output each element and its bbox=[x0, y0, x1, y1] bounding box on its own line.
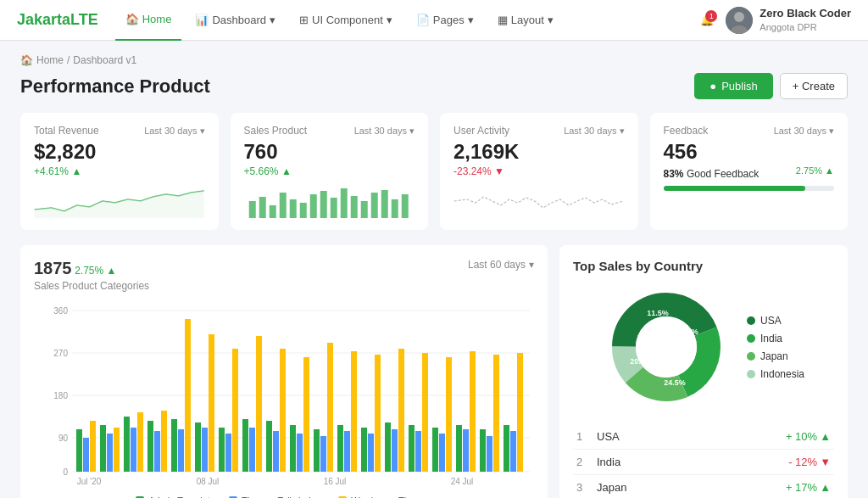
change-cell: + 10% ▲ bbox=[717, 424, 834, 450]
nav-item-pages[interactable]: 📄 Pages ▾ bbox=[406, 0, 484, 41]
arrow-up-icon: ▲ bbox=[820, 481, 831, 494]
svg-rect-9 bbox=[299, 203, 306, 218]
stat-change: -23.24% ▼ bbox=[453, 165, 625, 177]
svg-rect-6 bbox=[269, 205, 275, 218]
user-role: Anggota DPR bbox=[760, 21, 851, 33]
svg-rect-47 bbox=[209, 334, 214, 472]
avatar bbox=[726, 7, 753, 34]
svg-rect-63 bbox=[337, 425, 343, 472]
svg-text:24 Jul: 24 Jul bbox=[451, 477, 474, 486]
svg-rect-69 bbox=[385, 422, 391, 472]
svg-rect-83 bbox=[493, 355, 499, 472]
svg-text:08 Jul: 08 Jul bbox=[197, 477, 220, 486]
svg-rect-8 bbox=[289, 199, 296, 218]
svg-rect-43 bbox=[178, 429, 184, 472]
layout-icon: ▦ bbox=[498, 14, 508, 26]
page-title: Performance Product bbox=[20, 76, 210, 98]
stat-change: +5.66% ▲ bbox=[244, 165, 415, 177]
svg-rect-34 bbox=[107, 434, 113, 472]
svg-rect-65 bbox=[351, 351, 357, 472]
chart-title: Sales Product Categories bbox=[34, 280, 149, 292]
top-sales-title: Top Sales by Country bbox=[573, 259, 834, 273]
donut-legend: USA India Japan Indonesia bbox=[747, 315, 804, 380]
svg-rect-56 bbox=[280, 349, 286, 472]
table-row: 2 India - 12% ▼ bbox=[573, 450, 834, 475]
stat-label: Feedback bbox=[664, 125, 709, 137]
donut-dot-japan bbox=[747, 352, 755, 361]
publish-button[interactable]: ● Publish bbox=[694, 73, 773, 99]
svg-rect-13 bbox=[340, 188, 347, 218]
chart-stat-value: 1875 bbox=[34, 259, 72, 277]
bottom-row: 1875 2.75% ▲ Sales Product Categories La… bbox=[20, 245, 848, 498]
svg-rect-77 bbox=[446, 357, 452, 472]
svg-text:270: 270 bbox=[53, 349, 68, 358]
svg-rect-55 bbox=[273, 431, 279, 472]
nav-item-layout[interactable]: ▦ Layout ▾ bbox=[487, 0, 564, 41]
change-down: - 12% ▼ bbox=[721, 456, 831, 468]
svg-rect-81 bbox=[480, 429, 486, 472]
arrow-up-icon: ▲ bbox=[71, 165, 81, 177]
breadcrumb: 🏠 Home / Dashboard v1 bbox=[20, 54, 848, 66]
nav-item-dashboard[interactable]: 📊 Dashboard ▾ bbox=[185, 0, 286, 41]
svg-rect-66 bbox=[361, 428, 367, 472]
breadcrumb-path: Dashboard v1 bbox=[73, 54, 136, 66]
user-menu[interactable]: Zero Black Coder Anggota DPR bbox=[726, 7, 851, 34]
svg-rect-62 bbox=[327, 343, 333, 472]
svg-rect-11 bbox=[320, 191, 326, 218]
table-row: 1 USA + 10% ▲ bbox=[573, 424, 834, 450]
chart-period-selector[interactable]: Last 60 days ▾ bbox=[468, 259, 534, 271]
nav-item-ui-component[interactable]: ⊞ UI Component ▾ bbox=[289, 0, 403, 41]
svg-rect-61 bbox=[320, 436, 326, 472]
breadcrumb-home[interactable]: Home bbox=[36, 54, 64, 66]
svg-rect-60 bbox=[314, 429, 320, 472]
svg-text:360: 360 bbox=[53, 306, 68, 316]
chart-header: 1875 2.75% ▲ Sales Product Categories La… bbox=[34, 259, 534, 292]
donut-chart: 44.0% 24.5% 20.0% 11.5% bbox=[603, 283, 730, 411]
donut-dot-indonesia bbox=[747, 370, 755, 378]
arrow-down-icon: ▼ bbox=[494, 165, 504, 177]
create-button[interactable]: + Create bbox=[780, 73, 848, 99]
svg-rect-35 bbox=[114, 428, 120, 472]
sparkline-revenue bbox=[34, 184, 205, 218]
svg-text:90: 90 bbox=[58, 434, 69, 443]
svg-rect-4 bbox=[248, 201, 255, 218]
svg-rect-33 bbox=[100, 425, 106, 472]
country-table: 1 USA + 10% ▲ 2 India bbox=[573, 424, 834, 498]
page-header: Performance Product ● Publish + Create bbox=[20, 73, 848, 99]
feedback-row: 83% Good Feedback 2.75% ▲ bbox=[664, 165, 835, 182]
svg-rect-36 bbox=[124, 417, 130, 472]
dashboard-icon: 📊 bbox=[195, 14, 209, 26]
stat-label: Total Revenue bbox=[34, 125, 99, 137]
svg-marker-3 bbox=[35, 191, 204, 218]
svg-rect-45 bbox=[195, 422, 201, 472]
chevron-down-icon: ▾ bbox=[468, 14, 474, 26]
svg-text:180: 180 bbox=[53, 391, 68, 400]
notification-badge: 1 bbox=[705, 10, 717, 22]
feedback-progress-fill bbox=[664, 186, 805, 191]
svg-rect-67 bbox=[368, 434, 374, 472]
svg-rect-64 bbox=[344, 431, 350, 472]
sparkline-activity bbox=[453, 184, 625, 218]
stat-period: Last 30 days ▾ bbox=[774, 126, 834, 137]
stat-label: Sales Product bbox=[244, 125, 308, 137]
stat-card-header: User Activity Last 30 days ▾ bbox=[453, 125, 625, 137]
country-name-cell: USA bbox=[593, 424, 717, 450]
svg-rect-5 bbox=[259, 197, 265, 218]
stat-card-revenue: Total Revenue Last 30 days ▾ $2,820 +4.6… bbox=[20, 113, 219, 230]
change-cell: + 17% ▲ bbox=[717, 475, 834, 499]
feedback-label: 83% Good Feedback bbox=[664, 168, 760, 180]
svg-rect-82 bbox=[487, 436, 492, 472]
stat-card-feedback: Feedback Last 30 days ▾ 456 83% Good Fee… bbox=[650, 113, 849, 230]
svg-rect-71 bbox=[398, 349, 404, 472]
pages-icon: 📄 bbox=[416, 14, 430, 26]
stat-period: Last 30 days ▾ bbox=[144, 126, 204, 137]
svg-text:16 Jul: 16 Jul bbox=[324, 477, 347, 486]
svg-rect-42 bbox=[171, 419, 177, 472]
stat-value: 456 bbox=[664, 140, 835, 164]
chart-stat-group: 1875 2.75% ▲ Sales Product Categories bbox=[34, 259, 149, 292]
svg-rect-76 bbox=[439, 434, 445, 472]
donut-legend-indonesia: Indonesia bbox=[747, 368, 804, 380]
notification-bell[interactable]: 🔔 1 bbox=[700, 14, 714, 26]
svg-rect-31 bbox=[83, 438, 89, 472]
nav-item-home[interactable]: 🏠 Home bbox=[115, 0, 182, 41]
